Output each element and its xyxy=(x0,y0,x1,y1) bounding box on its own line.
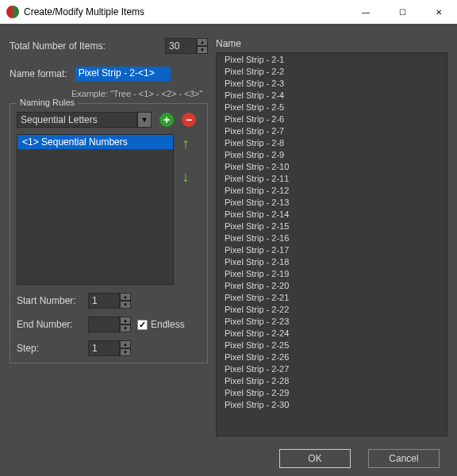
cancel-button[interactable]: Cancel xyxy=(368,449,440,468)
name-list-item[interactable]: Pixel Strip - 2-1 xyxy=(217,53,447,65)
name-list-item[interactable]: Pixel Strip - 2-26 xyxy=(217,351,447,363)
rule-type-value: Sequential Letters xyxy=(17,112,137,128)
titlebar: Create/Modify Multiple Items — ☐ ✕ xyxy=(0,0,457,24)
endless-label: Endless xyxy=(151,319,185,330)
app-icon xyxy=(6,6,19,18)
start-number-input[interactable] xyxy=(88,293,120,309)
name-format-label: Name format: xyxy=(10,68,67,79)
name-list-item[interactable]: Pixel Strip - 2-7 xyxy=(217,125,447,136)
spin-down-icon[interactable]: ▼ xyxy=(120,324,131,332)
name-list-item[interactable]: Pixel Strip - 2-29 xyxy=(217,386,447,398)
end-number-input[interactable] xyxy=(88,317,120,332)
name-list-item[interactable]: Pixel Strip - 2-4 xyxy=(217,89,447,101)
endless-checkbox[interactable]: ✓ Endless xyxy=(137,319,185,330)
spin-up-icon[interactable]: ▲ xyxy=(120,317,131,324)
name-list-item[interactable]: Pixel Strip - 2-9 xyxy=(217,148,447,160)
name-list[interactable]: Pixel Strip - 2-1Pixel Strip - 2-2Pixel … xyxy=(216,52,447,436)
name-list-item[interactable]: Pixel Strip - 2-8 xyxy=(217,136,447,148)
end-number-spinner[interactable]: ▲▼ xyxy=(88,317,131,332)
minimize-button[interactable]: — xyxy=(348,0,384,24)
total-items-spinner[interactable]: ▲▼ xyxy=(165,38,208,54)
maximize-button[interactable]: ☐ xyxy=(384,0,421,24)
name-list-item[interactable]: Pixel Strip - 2-18 xyxy=(217,255,447,267)
start-number-spinner[interactable]: ▲▼ xyxy=(88,293,131,309)
name-list-item[interactable]: Pixel Strip - 2-16 xyxy=(217,232,447,244)
spin-up-icon[interactable]: ▲ xyxy=(197,38,208,46)
name-list-item[interactable]: Pixel Strip - 2-25 xyxy=(217,339,447,351)
spin-up-icon[interactable]: ▲ xyxy=(120,340,131,348)
rules-list-item[interactable]: <1> Sequential Numbers xyxy=(17,135,173,149)
name-list-item[interactable]: Pixel Strip - 2-15 xyxy=(217,220,447,232)
name-list-item[interactable]: Pixel Strip - 2-3 xyxy=(217,77,447,89)
naming-rules-legend: Naming Rules xyxy=(17,98,78,107)
name-list-item[interactable]: Pixel Strip - 2-28 xyxy=(217,374,447,386)
name-list-item[interactable]: Pixel Strip - 2-17 xyxy=(217,244,447,255)
name-list-header: Name xyxy=(216,38,447,49)
name-list-item[interactable]: Pixel Strip - 2-22 xyxy=(217,303,447,315)
name-list-item[interactable]: Pixel Strip - 2-27 xyxy=(217,363,447,374)
naming-rules-group: Naming Rules Sequential Letters ▼ + − <1… xyxy=(10,103,208,363)
name-list-item[interactable]: Pixel Strip - 2-11 xyxy=(217,172,447,184)
spin-down-icon[interactable]: ▼ xyxy=(197,46,208,54)
name-list-item[interactable]: Pixel Strip - 2-2 xyxy=(217,65,447,77)
name-list-item[interactable]: Pixel Strip - 2-6 xyxy=(217,113,447,125)
spin-up-icon[interactable]: ▲ xyxy=(120,293,131,301)
name-format-input[interactable]: Pixel Strip - 2-<1> xyxy=(75,67,171,81)
step-label: Step: xyxy=(17,343,82,354)
close-button[interactable]: ✕ xyxy=(421,0,457,24)
name-format-example: Example: "Tree - <1> - <2> - <3>" xyxy=(71,89,208,98)
name-list-item[interactable]: Pixel Strip - 2-30 xyxy=(217,398,447,410)
end-number-label: End Number: xyxy=(17,319,82,330)
start-number-label: Start Number: xyxy=(17,295,82,306)
name-list-item[interactable]: Pixel Strip - 2-10 xyxy=(217,160,447,172)
window-title: Create/Modify Multiple Items xyxy=(24,6,348,17)
total-items-label: Total Number of Items: xyxy=(10,40,106,52)
name-list-item[interactable]: Pixel Strip - 2-13 xyxy=(217,196,447,208)
ok-button[interactable]: OK xyxy=(279,449,351,468)
name-list-item[interactable]: Pixel Strip - 2-23 xyxy=(217,315,447,327)
name-list-item[interactable]: Pixel Strip - 2-21 xyxy=(217,291,447,303)
move-down-button[interactable]: ↓ xyxy=(180,167,191,186)
rule-type-dropdown[interactable]: Sequential Letters ▼ xyxy=(17,112,152,128)
add-rule-button[interactable]: + xyxy=(159,113,174,127)
rules-list[interactable]: <1> Sequential Numbers xyxy=(17,134,174,285)
name-list-item[interactable]: Pixel Strip - 2-20 xyxy=(217,279,447,291)
spin-down-icon[interactable]: ▼ xyxy=(120,348,131,356)
name-list-item[interactable]: Pixel Strip - 2-19 xyxy=(217,267,447,279)
step-input[interactable] xyxy=(88,340,120,356)
move-up-button[interactable]: ↑ xyxy=(180,134,191,153)
spin-down-icon[interactable]: ▼ xyxy=(120,301,131,309)
name-list-item[interactable]: Pixel Strip - 2-12 xyxy=(217,184,447,196)
chevron-down-icon[interactable]: ▼ xyxy=(137,112,152,128)
remove-rule-button[interactable]: − xyxy=(182,113,196,127)
step-spinner[interactable]: ▲▼ xyxy=(88,340,131,356)
checkmark-icon: ✓ xyxy=(137,320,148,330)
total-items-input[interactable] xyxy=(165,38,197,54)
name-list-item[interactable]: Pixel Strip - 2-14 xyxy=(217,208,447,220)
name-list-item[interactable]: Pixel Strip - 2-5 xyxy=(217,101,447,113)
name-list-item[interactable]: Pixel Strip - 2-24 xyxy=(217,327,447,339)
